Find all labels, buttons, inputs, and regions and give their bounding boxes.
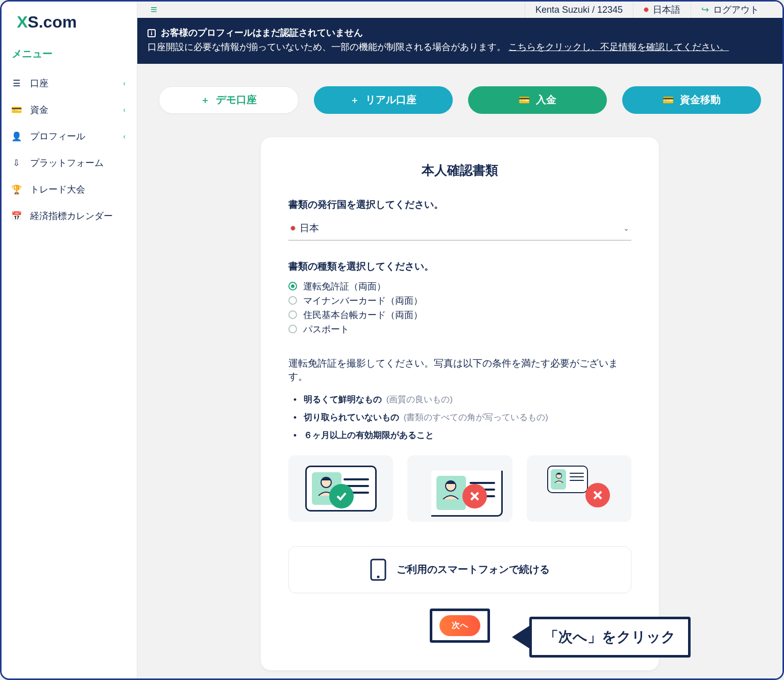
sidebar: XS.com メニュー ☰口座‹ 💳資金‹ 👤プロフィール‹ ⇩プラットフォーム… (2, 2, 137, 678)
sidebar-item-competition[interactable]: 🏆トレード大会 (2, 176, 137, 203)
issuer-label: 書類の発行国を選択してください。 (288, 198, 631, 211)
smartphone-icon (370, 558, 386, 581)
sidebar-item-profile[interactable]: 👤プロフィール‹ (2, 123, 137, 150)
cross-icon (585, 483, 610, 507)
hamburger-icon[interactable]: ≡ (151, 3, 157, 16)
kyc-card: 本人確認書類 書類の発行国を選択してください。 日本 ⌄ 書類の種類を選択してく… (261, 137, 659, 670)
transfer-button[interactable]: 💳資金移動 (622, 86, 761, 114)
download-icon: ⇩ (11, 158, 22, 168)
cross-icon (462, 484, 487, 508)
radio-icon (288, 325, 297, 333)
next-highlight-box: 次へ (430, 609, 490, 643)
plus-icon: ＋ (201, 94, 210, 106)
japan-flag-icon (290, 226, 296, 231)
sidebar-item-platform[interactable]: ⇩プラットフォーム (2, 150, 137, 176)
logout-icon: ↪ (701, 4, 709, 15)
issuer-select[interactable]: 日本 ⌄ (288, 218, 631, 240)
radio-mynumber[interactable]: マイナンバーカード（両面） (288, 295, 631, 307)
user-icon: 👤 (11, 131, 22, 142)
real-account-button[interactable]: ＋リアル口座 (314, 86, 453, 114)
radio-resident-card[interactable]: 住民基本台帳カード（両面） (288, 309, 631, 321)
face-icon (440, 479, 461, 499)
next-button[interactable]: 次へ (439, 615, 480, 636)
instruction-text: 運転免許証を撮影してください。写真は以下の条件を満たす必要がございます。 (288, 357, 631, 383)
example-good (288, 455, 393, 522)
alert-link[interactable]: こちらをクリックし、不足情報を確認してください。 (508, 42, 729, 52)
radio-icon (288, 310, 297, 319)
topbar: ≡ Kenta Suzuki / 12345 日本語 ↪ログアウト (137, 2, 782, 18)
topbar-user[interactable]: Kenta Suzuki / 12345 (525, 2, 633, 18)
chevron-left-icon: ‹ (123, 132, 126, 140)
chevron-left-icon: ‹ (123, 106, 126, 114)
sidebar-item-calendar[interactable]: 📅経済指標カレンダー (2, 203, 137, 229)
calendar-icon: 📅 (11, 211, 22, 222)
type-label: 書類の種類を選択してください。 (288, 260, 631, 273)
card-icon: 💳 (663, 94, 674, 106)
conditions-list: 明るくて鮮明なもの (画質の良いもの) 切り取られていないもの (書類のすべての… (288, 394, 631, 441)
topbar-language[interactable]: 日本語 (633, 2, 691, 18)
japan-flag-icon (644, 7, 649, 12)
topbar-logout[interactable]: ↪ログアウト (691, 2, 769, 18)
plus-icon: ＋ (350, 94, 359, 106)
sidebar-item-funds[interactable]: 💳資金‹ (2, 96, 137, 123)
check-icon (329, 484, 354, 508)
face-icon (553, 472, 565, 483)
example-bad-small (527, 455, 631, 522)
demo-account-button[interactable]: ＋デモ口座 (159, 86, 299, 114)
logo: XS.com (2, 2, 137, 41)
card-title: 本人確認書類 (288, 162, 631, 179)
info-icon: i (148, 29, 156, 37)
chevron-left-icon: ‹ (123, 79, 126, 87)
callout-annotation: 「次へ」をクリック (512, 617, 691, 658)
menu-title: メニュー (2, 41, 137, 66)
wallet-icon: 💳 (11, 105, 22, 115)
radio-passport[interactable]: パスポート (288, 323, 631, 335)
example-bad-cropped (407, 455, 512, 522)
card-icon: 💳 (519, 94, 530, 106)
deposit-button[interactable]: 💳入金 (468, 86, 607, 114)
svg-point-4 (377, 575, 380, 578)
continue-on-phone-button[interactable]: ご利用のスマートフォンで続ける (288, 546, 631, 593)
callout-arrow-icon (512, 626, 529, 648)
radio-drivers-license[interactable]: 運転免許証（両面） (288, 280, 631, 293)
trophy-icon: 🏆 (11, 184, 22, 195)
list-icon: ☰ (11, 78, 22, 89)
radio-icon (288, 282, 297, 290)
radio-icon (288, 296, 297, 305)
sidebar-item-accounts[interactable]: ☰口座‹ (2, 70, 137, 96)
chevron-down-icon: ⌄ (623, 224, 629, 232)
verification-alert: iお客様のプロフィールはまだ認証されていません 口座開設に必要な情報が揃っていな… (137, 18, 782, 64)
